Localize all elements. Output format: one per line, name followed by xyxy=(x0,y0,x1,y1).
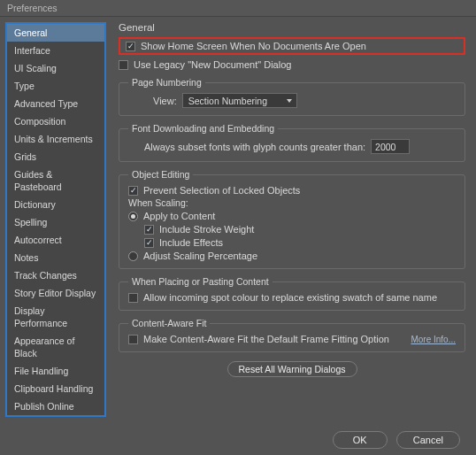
object-editing-group: Object Editing Prevent Selection of Lock… xyxy=(119,169,465,269)
category-sidebar: GeneralInterfaceUI ScalingTypeAdvanced T… xyxy=(5,22,106,417)
sidebar-item-appearance-of-black[interactable]: Appearance of Black xyxy=(7,332,104,362)
sidebar-item-dictionary[interactable]: Dictionary xyxy=(7,196,104,213)
show-home-screen-label: Show Home Screen When No Documents Are O… xyxy=(141,41,366,51)
window-title: Preferences xyxy=(0,0,476,17)
sidebar-item-spelling[interactable]: Spelling xyxy=(7,213,104,231)
sidebar-item-story-editor-display[interactable]: Story Editor Display xyxy=(7,284,104,302)
more-info-link[interactable]: More Info... xyxy=(411,335,456,344)
content-aware-legend: Content-Aware Fit xyxy=(128,318,210,328)
include-effects-label: Include Effects xyxy=(159,237,223,248)
placing-group: When Placing or Pasting Content Allow in… xyxy=(119,276,465,311)
content-aware-group: Content-Aware Fit Make Content-Aware Fit… xyxy=(119,318,465,352)
sidebar-item-track-changes[interactable]: Track Changes xyxy=(7,266,104,284)
general-panel: General Show Home Screen When No Documen… xyxy=(106,17,476,422)
object-editing-legend: Object Editing xyxy=(128,169,193,180)
show-home-screen-checkbox[interactable] xyxy=(126,42,135,51)
adjust-scaling-label: Adjust Scaling Percentage xyxy=(143,251,257,261)
sidebar-item-ui-scaling[interactable]: UI Scaling xyxy=(7,59,104,77)
sidebar-item-general[interactable]: General xyxy=(7,24,104,42)
view-select[interactable]: Section Numbering xyxy=(182,93,297,108)
make-caf-default-checkbox[interactable] xyxy=(128,335,138,344)
include-stroke-checkbox[interactable] xyxy=(144,225,154,235)
sidebar-item-file-handling[interactable]: File Handling xyxy=(7,362,104,380)
include-stroke-label: Include Stroke Weight xyxy=(159,224,254,235)
placing-legend: When Placing or Pasting Content xyxy=(128,276,273,287)
sidebar-item-display-performance[interactable]: Display Performance xyxy=(7,302,104,332)
panel-heading: General xyxy=(119,22,465,33)
prevent-selection-checkbox[interactable] xyxy=(128,186,138,196)
make-caf-default-label: Make Content-Aware Fit the Default Frame… xyxy=(143,334,389,344)
legacy-new-doc-label: Use Legacy "New Document" Dialog xyxy=(134,59,291,70)
sidebar-item-composition[interactable]: Composition xyxy=(7,112,104,130)
sidebar-item-grids[interactable]: Grids xyxy=(7,148,104,166)
apply-to-content-label: Apply to Content xyxy=(143,211,215,221)
sidebar-item-clipboard-handling[interactable]: Clipboard Handling xyxy=(7,380,104,397)
ok-button[interactable]: OK xyxy=(333,431,388,449)
window-body: GeneralInterfaceUI ScalingTypeAdvanced T… xyxy=(0,17,476,422)
sidebar-item-autocorrect[interactable]: Autocorrect xyxy=(7,231,104,249)
sidebar-item-notes[interactable]: Notes xyxy=(7,249,104,266)
legacy-new-doc-checkbox[interactable] xyxy=(119,60,128,70)
sidebar-item-type[interactable]: Type xyxy=(7,77,104,95)
reset-dialogs-button[interactable]: Reset All Warning Dialogs xyxy=(227,361,357,377)
adjust-scaling-radio[interactable] xyxy=(128,251,138,261)
sidebar-item-units-increments[interactable]: Units & Increments xyxy=(7,130,104,148)
sidebar-item-interface[interactable]: Interface xyxy=(7,42,104,59)
font-download-group: Font Downloading and Embedding Always su… xyxy=(119,123,465,162)
allow-incoming-checkbox[interactable] xyxy=(128,293,138,303)
font-download-legend: Font Downloading and Embedding xyxy=(128,123,278,134)
dialog-footer: OK Cancel xyxy=(0,422,476,455)
cancel-button[interactable]: Cancel xyxy=(396,431,460,449)
sidebar-item-guides-pasteboard[interactable]: Guides & Pasteboard xyxy=(7,166,104,196)
include-effects-checkbox[interactable] xyxy=(144,238,154,248)
subset-fonts-label: Always subset fonts with glyph counts gr… xyxy=(144,142,365,152)
apply-to-content-radio[interactable] xyxy=(128,212,138,221)
page-numbering-legend: Page Numbering xyxy=(128,77,205,88)
sidebar-item-advanced-type[interactable]: Advanced Type xyxy=(7,95,104,112)
page-numbering-group: Page Numbering View: Section Numbering xyxy=(119,77,465,116)
when-scaling-label: When Scaling: xyxy=(128,197,456,208)
preferences-window: Preferences GeneralInterfaceUI ScalingTy… xyxy=(0,0,476,455)
subset-fonts-input[interactable] xyxy=(371,139,410,154)
allow-incoming-label: Allow incoming spot colour to replace ex… xyxy=(143,292,437,303)
highlight-annotation: Show Home Screen When No Documents Are O… xyxy=(119,37,465,55)
sidebar-item-publish-online[interactable]: Publish Online xyxy=(7,397,104,415)
view-label: View: xyxy=(153,96,177,106)
prevent-selection-label: Prevent Selection of Locked Objects xyxy=(143,185,300,196)
